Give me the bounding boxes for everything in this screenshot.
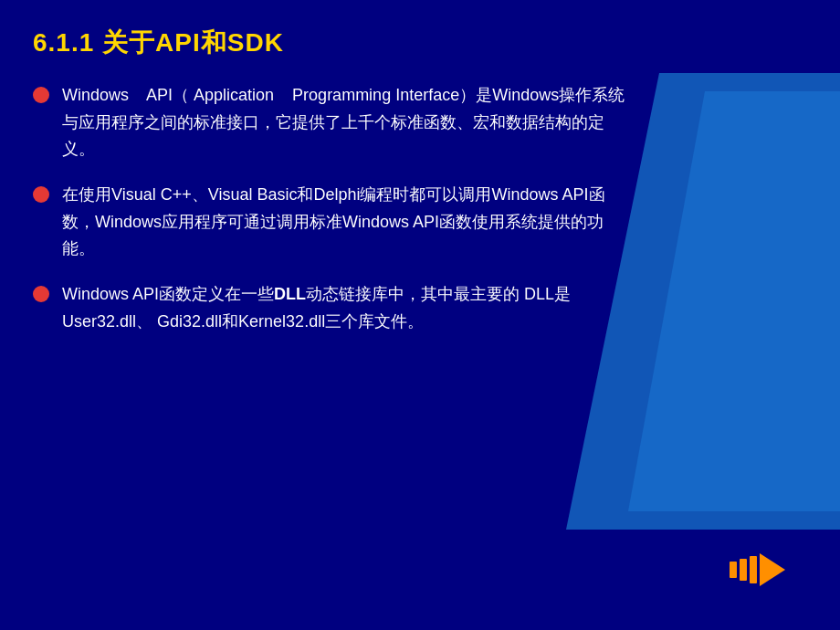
bullet-text-2: 在使用Visual C++、Visual Basic和Delphi编程时都可以调… — [62, 182, 635, 263]
slide-background: 6.1.1 关于API和SDK Windows API（ Application… — [0, 0, 840, 630]
bullet-text-1: Windows API（ Application Programming Int… — [62, 82, 635, 163]
slide-content: 6.1.1 关于API和SDK Windows API（ Application… — [0, 0, 840, 373]
arrow-decoration — [730, 553, 785, 586]
bullet-item-2: 在使用Visual C++、Visual Basic和Delphi编程时都可以调… — [33, 182, 635, 263]
arrow-bar-2 — [740, 559, 747, 581]
bullet-list: Windows API（ Application Programming Int… — [33, 82, 807, 336]
bullet-item-3: Windows API函数定义在一些DLL动态链接库中，其中最主要的 DLL是 … — [33, 281, 635, 335]
bullet-dot-3 — [33, 286, 49, 302]
slide-title: 6.1.1 关于API和SDK — [33, 26, 807, 60]
arrow-bar-3 — [750, 556, 757, 583]
bullet-dot-2 — [33, 186, 49, 203]
dll-bold: DLL — [274, 285, 306, 303]
bullet-text-3: Windows API函数定义在一些DLL动态链接库中，其中最主要的 DLL是 … — [62, 281, 635, 335]
arrow-bar-1 — [730, 562, 737, 578]
arrow-head — [760, 553, 785, 586]
bullet-dot-1 — [33, 87, 49, 103]
bullet-item-1: Windows API（ Application Programming Int… — [33, 82, 635, 163]
